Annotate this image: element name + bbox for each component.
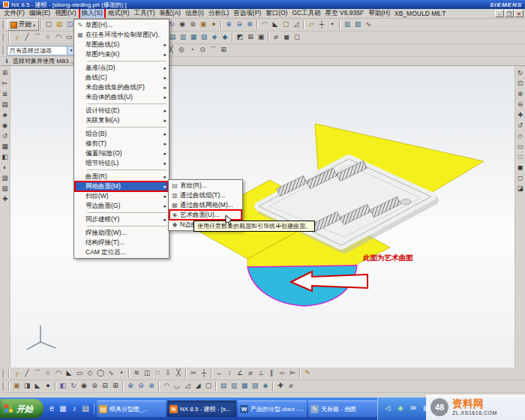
sphere-icon[interactable]: ●: [208, 20, 219, 30]
pad-icon[interactable]: ⊞: [110, 381, 121, 392]
antivirus-icon[interactable]: ◆: [395, 404, 406, 414]
zoom-in-icon[interactable]: ⊕: [515, 89, 525, 100]
insert-menu-item-synchronous-modeling[interactable]: 同步建模(Y)▸: [75, 214, 168, 224]
toolbar-grip[interactable]: [2, 20, 4, 29]
intersect2-icon[interactable]: ╳: [173, 368, 184, 379]
line-icon[interactable]: ╱: [22, 32, 32, 43]
constraint-navigator-icon[interactable]: ⊨: [0, 79, 10, 89]
shaded-view-icon[interactable]: ◼: [515, 163, 525, 173]
sketch-circle-icon[interactable]: ○: [43, 368, 53, 379]
swept-icon[interactable]: ▧: [352, 20, 363, 30]
internet-explorer-icon[interactable]: e: [46, 404, 57, 414]
insert-menu-item-sketch-in-task-env[interactable]: ▦在任务环境中绘制草图(V)...: [75, 30, 168, 40]
pan-view-icon[interactable]: ✚: [515, 110, 525, 121]
move-object-icon[interactable]: ✚: [275, 381, 286, 392]
menubar-item-insert[interactable]: 插入(S): [79, 9, 106, 18]
mesh-submenu-item-through-curve-mesh[interactable]: ▦通过曲线网格(M)...: [170, 200, 242, 210]
messenger-icon[interactable]: ✉: [408, 404, 418, 414]
edge-blend-icon[interactable]: ◠: [260, 20, 270, 30]
sketch-chamfer-icon[interactable]: ◣: [64, 368, 74, 379]
minimize-window-icon[interactable]: –: [495, 10, 504, 17]
toolbar-grip[interactable]: [2, 382, 4, 391]
hd3d-tool-icon[interactable]: ◈: [0, 110, 10, 121]
menubar-item-edit[interactable]: 编辑(E): [27, 9, 52, 18]
menubar-item-help[interactable]: 帮助(H): [366, 9, 392, 18]
object-display-icon[interactable]: ◼: [281, 32, 292, 43]
edge-blend2-icon[interactable]: ◠: [161, 381, 172, 392]
constraint-parallel-icon[interactable]: ∥: [266, 368, 277, 379]
chamfer-icon[interactable]: ◣: [270, 20, 280, 30]
block2-icon[interactable]: ▣: [11, 381, 22, 392]
taskbar-window-nx-modeling[interactable]: NNX 8.5 - 建模 - [s...: [167, 400, 236, 417]
through-curves-surface-icon[interactable]: ▥: [178, 32, 188, 43]
quick-trim-icon[interactable]: ✂: [188, 368, 199, 379]
dimension-diameter-icon[interactable]: ⌀: [245, 368, 256, 379]
menubar-item-tools[interactable]: 工具(T): [132, 9, 158, 18]
constraints-icon[interactable]: ⊨: [287, 368, 298, 379]
folder-icon[interactable]: ▤: [80, 404, 91, 414]
block-icon[interactable]: ▣: [198, 20, 208, 30]
revolve2-icon[interactable]: ↻: [68, 381, 79, 392]
insert-menu-item-cam-locator[interactable]: CAM 定位器...: [75, 248, 168, 257]
insert-menu-item-combine[interactable]: 组合(B)▸: [75, 129, 168, 139]
snap-grid-icon[interactable]: ⊞: [218, 45, 229, 56]
top-view-icon[interactable]: □: [515, 152, 525, 163]
intersect-icon[interactable]: ⊗: [244, 20, 255, 30]
insert-menu-item-sketch-curve[interactable]: 草图曲线(S)▸: [75, 40, 168, 50]
selection-filter-dropdown[interactable]: 只有选择过滤器 ▾: [7, 46, 76, 56]
zoom-out-icon[interactable]: ⊖: [515, 100, 525, 110]
toolbar-grip[interactable]: [2, 369, 4, 378]
assembly-navigator-icon[interactable]: ⊞: [0, 68, 10, 79]
sphere2-icon[interactable]: ●: [43, 381, 53, 392]
insert-menu-item-weld-assistant[interactable]: 焊接助理(W)...: [75, 228, 168, 238]
system-scenes-icon[interactable]: ▧: [0, 184, 10, 194]
offset-icon[interactable]: ≋: [131, 368, 142, 379]
sew-icon[interactable]: ⊞: [245, 32, 256, 43]
hole2-icon[interactable]: ◉: [79, 381, 89, 392]
insert-menu-item-sketch-constraint[interactable]: 草图约束(K)▸: [75, 50, 168, 59]
web-browser-icon[interactable]: ◉: [0, 121, 10, 131]
insert-menu-item-curve-from-curves[interactable]: 来自曲线集的曲线(F)▸: [75, 82, 168, 92]
subtract-icon[interactable]: ⊖: [234, 20, 244, 30]
taskbar-window-word-document[interactable]: W产品的分型.docx -...: [238, 400, 307, 417]
insert-menu-item-mesh-surface[interactable]: 网格曲面(M)▸: [75, 182, 168, 191]
mesh-submenu-item-ruled[interactable]: ▤直纹(R)...: [170, 181, 242, 190]
wireframe-view-icon[interactable]: ◻: [515, 173, 525, 184]
rectangle-icon[interactable]: ▭: [64, 32, 74, 43]
process-studio-icon[interactable]: ▦: [0, 142, 10, 152]
insert-menu-item-datum-point[interactable]: 基准/点(D)▸: [75, 63, 168, 73]
studio-surface-icon[interactable]: ◈: [209, 32, 220, 43]
trimmed-sheet-icon[interactable]: ◩: [235, 32, 245, 43]
insert-menu-item-curve[interactable]: 曲线(C)▸: [75, 73, 168, 82]
insert-menu-item-curve-from-bodies[interactable]: 来自体的曲线(U)▸: [75, 92, 168, 102]
draft-icon[interactable]: ◿: [291, 20, 302, 30]
menubar-item-assemblies[interactable]: 装配(A): [158, 9, 183, 18]
manufacturing-wizards-icon[interactable]: ◧: [0, 152, 10, 163]
insert-menu-item-offset-scale[interactable]: 偏置/缩放(O)▸: [75, 148, 168, 158]
menubar-item-file[interactable]: 文件(F): [2, 9, 27, 18]
history-icon[interactable]: ↺: [0, 131, 10, 142]
intersect3-icon[interactable]: ⊗: [146, 381, 157, 392]
n-sided-surface-icon[interactable]: ◆: [220, 32, 230, 43]
sketch-arc-icon[interactable]: ⌒: [32, 368, 43, 379]
toolbar-grip[interactable]: [2, 46, 4, 55]
menubar-item-view[interactable]: 视图(V): [52, 9, 78, 18]
open-file-icon[interactable]: ▤: [54, 20, 64, 30]
system-materials-icon[interactable]: ▨: [0, 173, 10, 184]
unite-icon[interactable]: ⊕: [224, 20, 234, 30]
sweep-surface2-icon[interactable]: ▧: [250, 381, 260, 392]
hole-icon[interactable]: ◉: [177, 20, 188, 30]
ruled2-icon[interactable]: ▤: [218, 381, 229, 392]
menubar-item-window[interactable]: 窗口(O): [263, 9, 290, 18]
sketch-point-icon[interactable]: •: [116, 368, 127, 379]
datum-plane-icon[interactable]: ▱: [306, 20, 316, 30]
cone-icon[interactable]: ◣: [32, 381, 43, 392]
thicken-icon[interactable]: ▣: [256, 32, 266, 43]
dimension-linear-icon[interactable]: ↔: [214, 368, 224, 379]
cylinder-icon[interactable]: ◨: [22, 381, 32, 392]
circle-icon[interactable]: ○: [43, 32, 53, 43]
subtract2-icon[interactable]: ⊖: [136, 381, 146, 392]
extrude2-icon[interactable]: ◧: [58, 381, 68, 392]
through-curve-mesh-surface-icon[interactable]: ▦: [188, 32, 199, 43]
refresh-view-icon[interactable]: ↻: [515, 68, 525, 79]
